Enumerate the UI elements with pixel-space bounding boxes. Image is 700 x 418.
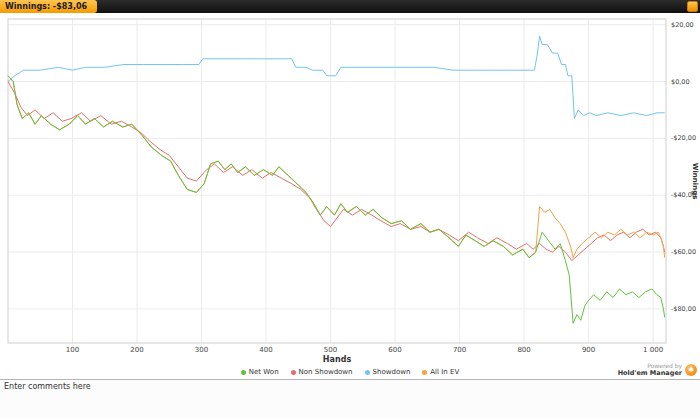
chart-legend: Net Won Non Showdown Showdown All In EV … — [0, 365, 700, 379]
non-showdown-bullet-icon — [291, 370, 296, 375]
y-tick-label: $20,00 — [671, 21, 694, 29]
x-tick-label: 500 — [324, 346, 337, 354]
legend-label: All In EV — [430, 368, 459, 376]
y-tick-label: -$80,00 — [671, 305, 696, 313]
titlebar-menu-button[interactable] — [687, 1, 698, 12]
x-tick-label: 100 — [66, 346, 79, 354]
powered-by: Powered by Hold'em Manager ♠ — [618, 363, 697, 377]
y-tick-label: -$60,00 — [671, 248, 696, 256]
x-tick-label: 300 — [195, 346, 208, 354]
title-bar: Winnings: -$83,06 — [0, 0, 700, 13]
y-axis-title: Winnings — [691, 163, 699, 200]
x-tick-label: 900 — [582, 346, 595, 354]
plot-background — [8, 19, 666, 343]
x-tick-label: 1 000 — [643, 346, 663, 354]
net-won-bullet-icon — [241, 370, 246, 375]
chart-area: 1002003004005006007008009001 000$20,00$0… — [0, 13, 700, 355]
legend-item-non-showdown[interactable]: Non Showdown — [291, 368, 353, 376]
legend-item-all-in-ev[interactable]: All In EV — [422, 368, 459, 376]
legend-label: Net Won — [249, 368, 279, 376]
y-tick-label: -$20,00 — [671, 134, 696, 142]
legend-label: Showdown — [373, 368, 411, 376]
x-tick-label: 600 — [388, 346, 401, 354]
winnings-chart: 1002003004005006007008009001 000$20,00$0… — [0, 13, 700, 355]
legend-item-showdown[interactable]: Showdown — [365, 368, 411, 376]
y-tick-label: $0,00 — [671, 78, 690, 86]
showdown-bullet-icon — [365, 370, 370, 375]
winnings-tab[interactable]: Winnings: -$83,06 — [0, 0, 97, 13]
x-tick-label: 200 — [130, 346, 143, 354]
comments-input[interactable]: Enter comments here — [0, 379, 700, 418]
x-tick-label: 800 — [517, 346, 530, 354]
x-tick-label: 400 — [259, 346, 272, 354]
all-in-ev-bullet-icon — [422, 370, 427, 375]
holdem-manager-logo-icon: ♠ — [685, 364, 697, 376]
legend-item-net-won[interactable]: Net Won — [241, 368, 279, 376]
legend-label: Non Showdown — [299, 368, 353, 376]
holdem-manager-text: Hold'em Manager — [618, 370, 682, 377]
x-tick-label: 700 — [453, 346, 466, 354]
x-axis-title: Hands — [0, 355, 674, 365]
